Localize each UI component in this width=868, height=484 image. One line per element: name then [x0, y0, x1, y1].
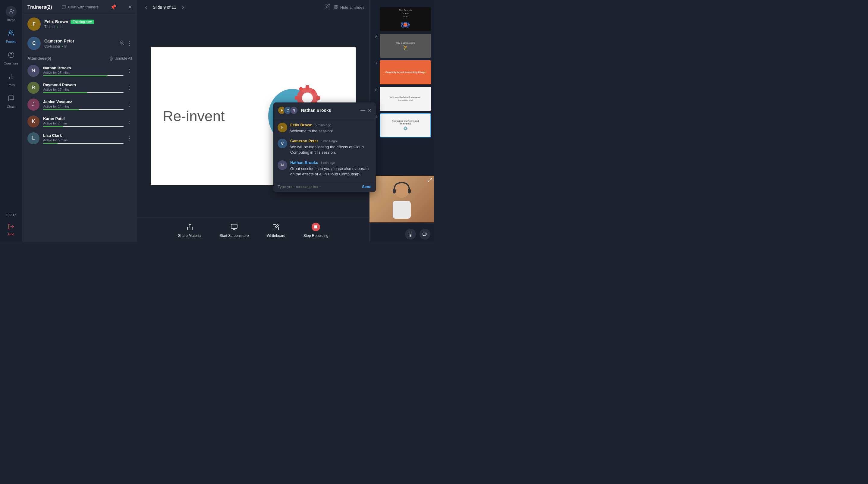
video-expand-button[interactable]	[427, 178, 432, 184]
chat-minimize-button[interactable]: —	[361, 108, 365, 113]
whiteboard-icon	[271, 222, 281, 232]
main-area: Slide 9 of 11 Hide all slides	[137, 0, 369, 242]
attendee-avatar-raymond: R	[27, 82, 39, 94]
sidebar-item-invite[interactable]: Invite	[0, 3, 22, 25]
camera-button[interactable]	[420, 229, 430, 240]
session-timer: 35:07	[6, 210, 16, 220]
stop-recording-button[interactable]: Stop Recording	[304, 222, 329, 238]
slide-thumb-9[interactable]: Reimagined and Reinventedfor the cloud ⚙…	[380, 113, 431, 138]
msg-text-1: We will be highlighting the effects of C…	[290, 144, 372, 155]
sidebar-people-label: People	[6, 40, 16, 43]
end-label: End	[8, 232, 14, 236]
chat-message-0: F Felix Brown 5 mins ago Welcome to the …	[278, 123, 372, 134]
attendee-info-janice: Janice Vasquez Active for 14 mins	[43, 99, 124, 110]
slide-thumb-5[interactable]: The SecretsOf TheAtom	[380, 7, 431, 31]
msg-time-2: 1 min ago	[320, 161, 335, 164]
svg-point-4	[8, 52, 14, 58]
chat-input[interactable]	[278, 184, 359, 189]
sidebar-invite-label: Invite	[7, 18, 15, 22]
msg-avatar-cameron: C	[278, 139, 287, 148]
slide-num-6: 6	[373, 34, 377, 39]
end-button[interactable]: End	[8, 220, 14, 239]
bottom-toolbar: Share Material Start Screenshare Whitebo…	[137, 218, 369, 242]
attendee-item-karan[interactable]: K Karan Patel Active for 7 mins ⋮	[23, 113, 137, 130]
chat-modal: F C N Nathan Brooks — ✕ F Felix Brown 5 …	[273, 102, 376, 192]
chat-message-1: C Cameron Peter 3 mins ago We will be hi…	[278, 139, 372, 155]
msg-body-1: Cameron Peter 3 mins ago We will be high…	[290, 139, 372, 155]
active-bar-janice	[43, 109, 124, 110]
attendee-active-karan: Active for 7 mins	[43, 121, 124, 125]
sidebar-item-questions[interactable]: Questions	[0, 47, 22, 68]
people-icon	[6, 28, 17, 38]
attendee-active-janice: Active for 14 mins	[43, 104, 124, 108]
attendee-active-lisa: Active for 5 mins	[43, 138, 124, 142]
more-icon-raymond[interactable]: ⋮	[127, 85, 132, 91]
chat-modal-actions: — ✕	[361, 108, 372, 113]
more-icon-lisa[interactable]: ⋮	[127, 135, 132, 141]
next-slide-button[interactable]	[179, 3, 187, 11]
hide-slides-button[interactable]: Hide all slides	[334, 5, 364, 10]
chat-send-button[interactable]: Send	[362, 184, 372, 189]
close-panel-icon[interactable]: ✕	[128, 4, 132, 10]
edit-button[interactable]	[324, 4, 330, 10]
slide-counter: Slide 9 of 11	[153, 5, 176, 10]
attendee-item-lisa[interactable]: L Lisa Clark Active for 5 mins ⋮	[23, 130, 137, 147]
chat-avatar-nathan-mini: N	[290, 106, 298, 115]
trainer-avatar-cameron: C	[27, 37, 41, 50]
sidebar-polls-label: Polls	[7, 83, 15, 87]
slide-thumb-7[interactable]: Creativity is just connecting things	[380, 60, 431, 84]
trainer-item-cameron[interactable]: C Cameron Peter Co-trainer ● In ⋮	[23, 34, 137, 53]
msg-sender-1: Cameron Peter	[290, 139, 318, 143]
slide-thumb-row-5: The SecretsOf TheAtom	[373, 7, 431, 31]
svg-rect-55	[423, 233, 426, 235]
svg-rect-38	[231, 224, 237, 229]
trainer-name-felix: Felix Brown	[44, 19, 68, 24]
whiteboard-button[interactable]: Whiteboard	[267, 222, 285, 238]
sidebar-item-chats[interactable]: Chats	[0, 90, 22, 112]
attendees-header: Attendees(5) Unmute All	[23, 53, 137, 62]
sidebar-questions-label: Questions	[4, 61, 19, 65]
slide-thumb-row-7: 7 Creativity is just connecting things	[373, 60, 431, 84]
msg-text-2: Great session, can you please also elabo…	[290, 166, 372, 177]
people-panel: Trainers(2) Chat with trainers 📌 ✕ F Fel…	[23, 0, 137, 242]
start-screenshare-button[interactable]: Start Screenshare	[220, 222, 249, 238]
attendee-item-janice[interactable]: J Janice Vasquez Active for 14 mins ⋮	[23, 96, 137, 113]
trainer-role-cameron: Co-trainer ● In	[44, 44, 116, 49]
slide-thumb-8[interactable]: "Art is never finished, only abandoned."…	[380, 87, 431, 111]
active-bar-raymond	[43, 92, 124, 93]
chat-close-button[interactable]: ✕	[368, 108, 372, 113]
sidebar-item-people[interactable]: People	[0, 25, 22, 47]
attendee-name-raymond: Raymond Powers	[43, 83, 124, 87]
active-bar-fill-janice	[43, 109, 79, 110]
unmute-all-button[interactable]: Unmute All	[109, 56, 132, 61]
questions-icon	[6, 50, 17, 60]
attendee-avatar-lisa: L	[27, 132, 39, 144]
more-icon-karan[interactable]: ⋮	[127, 119, 132, 124]
prev-slide-button[interactable]	[142, 3, 150, 11]
trainer-badge-felix: Training now	[70, 20, 94, 24]
svg-marker-54	[426, 233, 427, 235]
sidebar-chats-label: Chats	[7, 105, 16, 109]
attendee-item-raymond[interactable]: R Raymond Powers Active for 17 mins ⋮	[23, 79, 137, 96]
more-icon-cameron[interactable]: ⋮	[127, 40, 132, 47]
trainer-item-felix[interactable]: F Felix Brown Training now Trainer ● In	[23, 14, 137, 34]
chat-trainers-button[interactable]: Chat with trainers	[61, 5, 98, 10]
more-icon-nathan[interactable]: ⋮	[127, 68, 132, 74]
attendee-name-janice: Janice Vasquez	[43, 99, 124, 104]
slide-thumb-6[interactable]: Play is serious work 🏋️	[380, 34, 431, 58]
attendee-avatar-janice: J	[27, 98, 39, 111]
chat-messages: F Felix Brown 5 mins ago Welcome to the …	[273, 118, 376, 181]
attendee-active-nathan: Active for 25 mins	[43, 71, 124, 74]
msg-sender-0: Felix Brown	[290, 123, 313, 127]
mic-button[interactable]	[405, 229, 416, 240]
trainer-name-cameron: Cameron Peter	[44, 38, 74, 43]
msg-body-2: Nathan Brooks 1 min ago Great session, c…	[290, 160, 372, 177]
share-material-button[interactable]: Share Material	[178, 222, 202, 238]
mute-icon[interactable]	[119, 40, 124, 47]
attendee-item-nathan[interactable]: N Nathan Brooks Active for 25 mins ⋮	[23, 62, 137, 79]
more-icon-janice[interactable]: ⋮	[127, 102, 132, 108]
screenshare-icon	[229, 222, 239, 232]
top-bar: Slide 9 of 11 Hide all slides	[137, 0, 369, 14]
slide-thumb-row-6: 6 Play is serious work 🏋️	[373, 34, 431, 58]
sidebar-item-polls[interactable]: Polls	[0, 68, 22, 90]
